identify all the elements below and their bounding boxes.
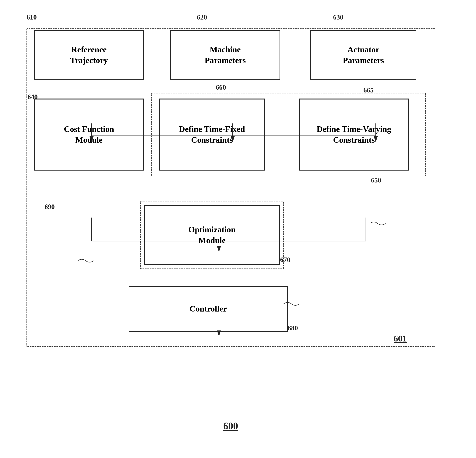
ref-630: 630: [333, 13, 343, 21]
machine-parameters-box: Machine Parameters: [170, 30, 280, 79]
reference-trajectory-box: Reference Trajectory: [34, 30, 144, 79]
controller-box: Controller: [129, 286, 288, 332]
ref-670: 670: [280, 256, 290, 264]
cost-function-module-box: Cost Function Module: [34, 98, 144, 171]
define-time-varying-box: Define Time-Varying Constraints: [299, 98, 409, 171]
actuator-parameters-box: Actuator Parameters: [310, 30, 416, 79]
optimization-module-box: Optimization Module: [144, 205, 280, 265]
ref-660: 660: [216, 83, 226, 91]
diagram-container: 610 620 630 Reference Trajectory Machine…: [15, 11, 458, 443]
ref-620: 620: [197, 13, 207, 21]
define-time-fixed-box: Define Time-Fixed Constraints: [159, 98, 265, 171]
ref-650: 650: [371, 176, 381, 184]
ref-690: 690: [44, 203, 55, 211]
ref-610: 610: [26, 13, 37, 21]
ref-601: 601: [394, 334, 407, 344]
figure-label: 600: [223, 420, 238, 432]
ref-680: 680: [288, 324, 298, 332]
